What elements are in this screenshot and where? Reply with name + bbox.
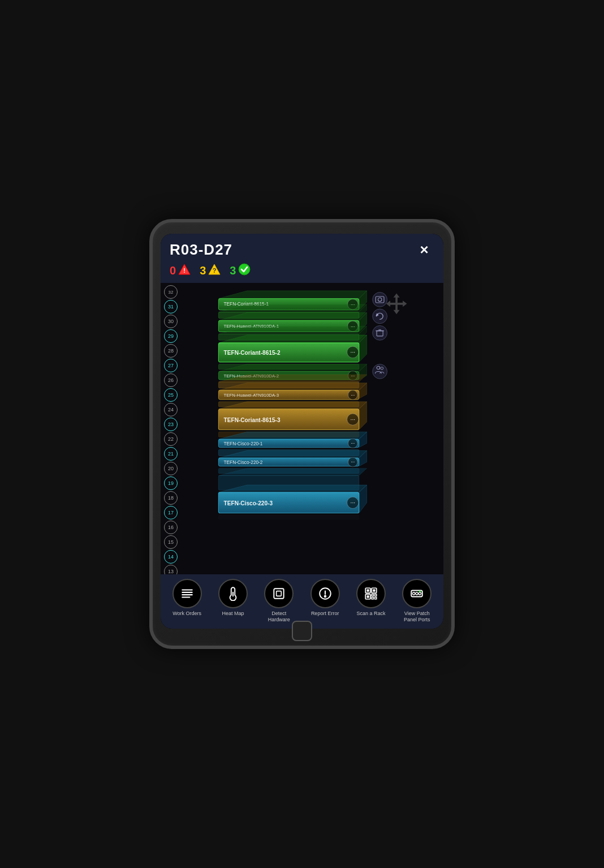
svg-point-112 <box>419 591 421 592</box>
error-icon: ! <box>178 263 191 278</box>
work-orders-icon-circle <box>172 579 202 608</box>
svg-text:TEFN-Cisco-220-2: TEFN-Cisco-220-2 <box>224 460 263 465</box>
svg-text:TEFN-Huawei-ATN910DA-3: TEFN-Huawei-ATN910DA-3 <box>224 393 279 398</box>
svg-rect-99 <box>366 590 369 592</box>
row-num-19: 19 <box>164 476 178 490</box>
svg-rect-105 <box>374 594 376 596</box>
svg-point-75 <box>373 293 387 307</box>
detect-hardware-label: Detect Hardware <box>268 611 290 623</box>
row-numbers: 32 31 30 29 28 27 26 25 24 23 22 21 20 1… <box>161 283 181 574</box>
main-content: 32 31 30 29 28 27 26 25 24 23 22 21 20 1… <box>161 283 443 574</box>
row-num-31: 31 <box>164 300 178 313</box>
warning-count: 3 <box>200 264 206 277</box>
row-num-13: 13 <box>164 565 178 574</box>
svg-rect-106 <box>372 598 373 599</box>
side-action-screenshot[interactable] <box>373 293 387 307</box>
scan-rack-icon-circle <box>356 579 386 608</box>
row-num-29: 29 <box>164 329 178 343</box>
row-num-24: 24 <box>164 403 178 416</box>
status-warning: 3 ? <box>200 263 221 278</box>
svg-point-111 <box>419 592 421 595</box>
close-button[interactable]: × <box>414 239 434 260</box>
error-count: 0 <box>170 264 176 277</box>
svg-text:···: ··· <box>351 459 355 465</box>
unit-17-group[interactable]: TEFN-Cisco-220-2 ··· <box>218 450 366 467</box>
row-num-26: 26 <box>164 373 178 387</box>
svg-text:TEFN-Cisco-220-3: TEFN-Cisco-220-3 <box>224 500 273 506</box>
svg-marker-5 <box>218 291 366 299</box>
row-num-14: 14 <box>164 550 178 564</box>
svg-point-97 <box>324 596 326 598</box>
qr-code-icon <box>364 586 378 601</box>
svg-rect-104 <box>372 594 373 596</box>
row-num-17: 17 <box>164 506 178 519</box>
row-num-15: 15 <box>164 535 178 549</box>
svg-point-109 <box>413 592 415 595</box>
toolbar-detect-hardware[interactable]: Detect Hardware <box>261 579 297 623</box>
svg-text:···: ··· <box>351 500 355 506</box>
move-icon[interactable] <box>386 293 407 314</box>
toolbar-work-orders[interactable]: Work Orders <box>169 579 205 617</box>
row-num-22: 22 <box>164 432 178 446</box>
svg-text:?: ? <box>213 267 217 274</box>
home-button[interactable] <box>292 621 312 641</box>
svg-text:TEFN-Cisco-220-1: TEFN-Cisco-220-1 <box>224 441 263 446</box>
toolbar-scan-rack[interactable]: Scan a Rack <box>353 579 389 617</box>
thermometer-icon <box>226 586 240 601</box>
toolbar-view-patch-panel[interactable]: View Patch Panel Ports <box>399 579 435 623</box>
svg-rect-74 <box>218 515 359 519</box>
row-num-25: 25 <box>164 388 178 402</box>
row-num-30: 30 <box>164 315 178 328</box>
row-num-28: 28 <box>164 344 178 358</box>
unit-27-group[interactable]: TEFN-Coriant-8615-2 ··· <box>218 335 366 362</box>
ok-icon <box>238 263 251 278</box>
row-num-32: 32 <box>164 285 178 299</box>
svg-point-110 <box>416 592 418 595</box>
warning-icon: ? <box>208 263 221 278</box>
toolbar-heat-map[interactable]: Heat Map <box>215 579 251 617</box>
header: R03-D27 × 0 ! 3 <box>161 234 443 283</box>
patch-panel-icon-circle <box>402 579 432 608</box>
svg-rect-93 <box>274 589 284 599</box>
unit-19-group[interactable]: TEFN-Cisco-220-1 ··· <box>218 432 366 448</box>
row-num-23: 23 <box>164 418 178 431</box>
svg-marker-87 <box>386 293 407 314</box>
unit-23-group[interactable]: TEFN-Huawei-ATN910DA-3 ··· <box>218 383 366 399</box>
svg-point-80 <box>373 325 387 340</box>
svg-rect-101 <box>373 590 375 592</box>
svg-rect-94 <box>277 591 282 596</box>
unit-14-group[interactable]: TEFN-Cisco-220-3 ··· <box>218 485 366 513</box>
svg-text:···: ··· <box>351 416 355 423</box>
side-action-refresh[interactable] <box>373 309 387 324</box>
work-orders-label: Work Orders <box>172 611 201 617</box>
rack-title: R03-D27 <box>170 241 232 259</box>
status-error: 0 ! <box>170 263 191 278</box>
unit-13-group <box>218 515 359 519</box>
unit-21-group[interactable]: TEFN-Coriant-8615-3 ··· <box>218 402 366 430</box>
tablet-shell: R03-D27 × 0 ! 3 <box>149 219 455 649</box>
side-action-delete[interactable] <box>373 325 387 340</box>
report-error-label: Report Error <box>311 611 339 617</box>
toolbar-items: Work Orders Heat Map <box>164 579 440 623</box>
svg-text:!: ! <box>183 267 185 274</box>
heat-map-icon-circle <box>218 579 248 608</box>
row-num-27: 27 <box>164 359 178 372</box>
ok-count: 3 <box>230 264 236 277</box>
list-icon <box>180 586 195 601</box>
patch-panel-label: View Patch Panel Ports <box>404 611 430 623</box>
toolbar-report-error[interactable]: Report Error <box>307 579 343 617</box>
scan-rack-label: Scan a Rack <box>356 611 385 617</box>
svg-point-78 <box>373 309 387 324</box>
svg-text:···: ··· <box>351 441 355 446</box>
svg-text:···: ··· <box>351 349 355 355</box>
row-num-18: 18 <box>164 491 178 505</box>
rack-svg: TEFN-Coriant-8615-1 ··· <box>181 283 443 574</box>
alert-circle-icon <box>318 586 333 601</box>
status-row: 0 ! 3 ? <box>170 263 434 278</box>
row-num-20: 20 <box>164 462 178 475</box>
svg-text:TEFN-Coriant-8615-2: TEFN-Coriant-8615-2 <box>224 350 281 356</box>
side-action-team[interactable] <box>373 364 387 379</box>
svg-rect-103 <box>366 596 369 598</box>
patch-panel-icon <box>409 586 424 601</box>
square-scan-icon <box>271 586 286 601</box>
